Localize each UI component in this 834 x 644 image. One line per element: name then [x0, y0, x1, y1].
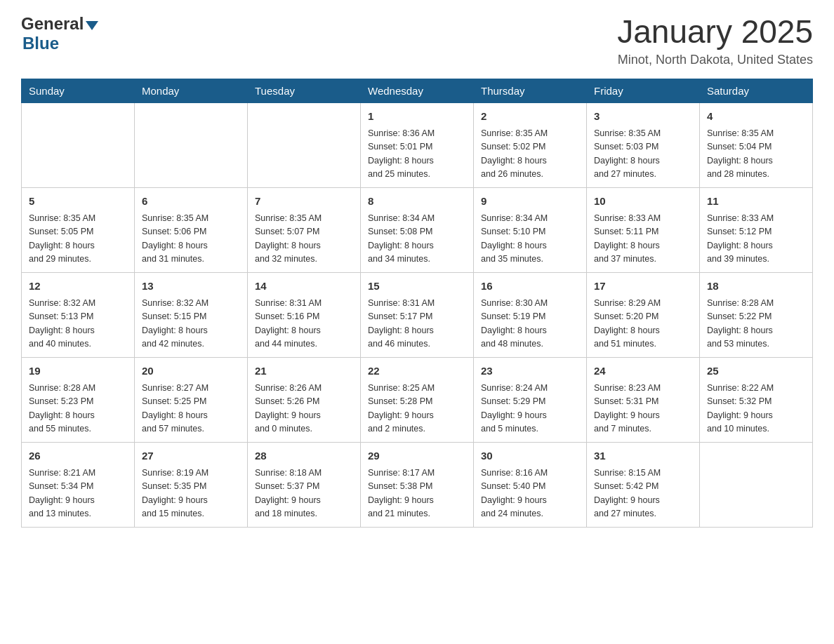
calendar-cell: 17Sunrise: 8:29 AM Sunset: 5:20 PM Dayli…: [587, 272, 700, 357]
day-number: 8: [368, 194, 466, 210]
weekday-header-friday: Friday: [587, 79, 700, 102]
day-number: 4: [707, 109, 805, 125]
day-info: Sunrise: 8:30 AM Sunset: 5:19 PM Dayligh…: [481, 297, 579, 351]
calendar-table: SundayMondayTuesdayWednesdayThursdayFrid…: [21, 79, 813, 528]
day-number: 9: [481, 194, 579, 210]
calendar-cell: 1Sunrise: 8:36 AM Sunset: 5:01 PM Daylig…: [361, 102, 474, 187]
calendar-week-row: 12Sunrise: 8:32 AM Sunset: 5:13 PM Dayli…: [22, 272, 813, 357]
day-number: 29: [368, 448, 466, 464]
day-number: 18: [707, 279, 805, 295]
day-info: Sunrise: 8:26 AM Sunset: 5:26 PM Dayligh…: [255, 382, 353, 436]
day-info: Sunrise: 8:35 AM Sunset: 5:07 PM Dayligh…: [255, 212, 353, 267]
day-number: 21: [255, 363, 353, 380]
day-info: Sunrise: 8:29 AM Sunset: 5:20 PM Dayligh…: [594, 297, 692, 351]
calendar-cell: 3Sunrise: 8:35 AM Sunset: 5:03 PM Daylig…: [587, 102, 700, 187]
day-number: 31: [594, 448, 692, 464]
calendar-week-row: 1Sunrise: 8:36 AM Sunset: 5:01 PM Daylig…: [22, 102, 813, 187]
calendar-header-row: SundayMondayTuesdayWednesdayThursdayFrid…: [22, 79, 813, 102]
day-number: 20: [142, 363, 240, 380]
day-info: Sunrise: 8:34 AM Sunset: 5:08 PM Dayligh…: [368, 212, 466, 267]
day-number: 19: [29, 363, 127, 380]
day-number: 17: [594, 279, 692, 295]
calendar-cell: 24Sunrise: 8:23 AM Sunset: 5:31 PM Dayli…: [587, 357, 700, 442]
day-number: 12: [29, 279, 127, 295]
title-section: January 2025 Minot, North Dakota, United…: [617, 14, 813, 67]
calendar-cell: 14Sunrise: 8:31 AM Sunset: 5:16 PM Dayli…: [248, 272, 361, 357]
calendar-cell: 7Sunrise: 8:35 AM Sunset: 5:07 PM Daylig…: [248, 187, 361, 272]
calendar-cell: 19Sunrise: 8:28 AM Sunset: 5:23 PM Dayli…: [22, 357, 135, 442]
logo: General Blue: [21, 14, 98, 53]
day-number: 7: [255, 194, 353, 210]
day-number: 22: [368, 363, 466, 380]
day-info: Sunrise: 8:19 AM Sunset: 5:35 PM Dayligh…: [142, 467, 240, 521]
page-header: General Blue January 2025 Minot, North D…: [21, 14, 813, 67]
calendar-cell: 21Sunrise: 8:26 AM Sunset: 5:26 PM Dayli…: [248, 357, 361, 442]
calendar-week-row: 26Sunrise: 8:21 AM Sunset: 5:34 PM Dayli…: [22, 442, 813, 527]
calendar-cell: 28Sunrise: 8:18 AM Sunset: 5:37 PM Dayli…: [248, 442, 361, 527]
day-number: 2: [481, 109, 579, 125]
calendar-cell: 18Sunrise: 8:28 AM Sunset: 5:22 PM Dayli…: [700, 272, 813, 357]
day-info: Sunrise: 8:25 AM Sunset: 5:28 PM Dayligh…: [368, 382, 466, 436]
calendar-cell: 5Sunrise: 8:35 AM Sunset: 5:05 PM Daylig…: [22, 187, 135, 272]
day-info: Sunrise: 8:16 AM Sunset: 5:40 PM Dayligh…: [481, 467, 579, 521]
day-info: Sunrise: 8:24 AM Sunset: 5:29 PM Dayligh…: [481, 382, 579, 436]
calendar-cell: 4Sunrise: 8:35 AM Sunset: 5:04 PM Daylig…: [700, 102, 813, 187]
weekday-header-monday: Monday: [135, 79, 248, 102]
day-number: 5: [29, 194, 127, 210]
calendar-cell: [22, 102, 135, 187]
calendar-week-row: 19Sunrise: 8:28 AM Sunset: 5:23 PM Dayli…: [22, 357, 813, 442]
calendar-cell: 2Sunrise: 8:35 AM Sunset: 5:02 PM Daylig…: [474, 102, 587, 187]
day-info: Sunrise: 8:35 AM Sunset: 5:03 PM Dayligh…: [594, 127, 692, 182]
calendar-cell: 10Sunrise: 8:33 AM Sunset: 5:11 PM Dayli…: [587, 187, 700, 272]
day-info: Sunrise: 8:28 AM Sunset: 5:23 PM Dayligh…: [29, 382, 127, 436]
day-number: 15: [368, 279, 466, 295]
day-info: Sunrise: 8:36 AM Sunset: 5:01 PM Dayligh…: [368, 127, 466, 182]
logo-blue-text: Blue: [22, 34, 59, 53]
logo-general-text: General: [21, 14, 84, 34]
calendar-cell: 27Sunrise: 8:19 AM Sunset: 5:35 PM Dayli…: [135, 442, 248, 527]
day-info: Sunrise: 8:21 AM Sunset: 5:34 PM Dayligh…: [29, 467, 127, 521]
weekday-header-saturday: Saturday: [700, 79, 813, 102]
weekday-header-sunday: Sunday: [22, 79, 135, 102]
calendar-cell: 30Sunrise: 8:16 AM Sunset: 5:40 PM Dayli…: [474, 442, 587, 527]
day-info: Sunrise: 8:32 AM Sunset: 5:15 PM Dayligh…: [142, 297, 240, 351]
day-number: 25: [707, 363, 805, 380]
calendar-cell: 11Sunrise: 8:33 AM Sunset: 5:12 PM Dayli…: [700, 187, 813, 272]
weekday-header-tuesday: Tuesday: [248, 79, 361, 102]
day-number: 24: [594, 363, 692, 380]
day-info: Sunrise: 8:34 AM Sunset: 5:10 PM Dayligh…: [481, 212, 579, 267]
day-info: Sunrise: 8:28 AM Sunset: 5:22 PM Dayligh…: [707, 297, 805, 351]
day-number: 6: [142, 194, 240, 210]
day-number: 14: [255, 279, 353, 295]
day-number: 27: [142, 448, 240, 464]
day-number: 26: [29, 448, 127, 464]
day-number: 30: [481, 448, 579, 464]
calendar-cell: [248, 102, 361, 187]
calendar-cell: 8Sunrise: 8:34 AM Sunset: 5:08 PM Daylig…: [361, 187, 474, 272]
calendar-cell: [135, 102, 248, 187]
calendar-cell: [700, 442, 813, 527]
day-info: Sunrise: 8:15 AM Sunset: 5:42 PM Dayligh…: [594, 467, 692, 521]
weekday-header-thursday: Thursday: [474, 79, 587, 102]
calendar-week-row: 5Sunrise: 8:35 AM Sunset: 5:05 PM Daylig…: [22, 187, 813, 272]
calendar-cell: 26Sunrise: 8:21 AM Sunset: 5:34 PM Dayli…: [22, 442, 135, 527]
day-number: 1: [368, 109, 466, 125]
day-info: Sunrise: 8:31 AM Sunset: 5:17 PM Dayligh…: [368, 297, 466, 351]
day-info: Sunrise: 8:33 AM Sunset: 5:12 PM Dayligh…: [707, 212, 805, 267]
day-number: 10: [594, 194, 692, 210]
calendar-cell: 22Sunrise: 8:25 AM Sunset: 5:28 PM Dayli…: [361, 357, 474, 442]
calendar-cell: 15Sunrise: 8:31 AM Sunset: 5:17 PM Dayli…: [361, 272, 474, 357]
calendar-cell: 23Sunrise: 8:24 AM Sunset: 5:29 PM Dayli…: [474, 357, 587, 442]
day-info: Sunrise: 8:33 AM Sunset: 5:11 PM Dayligh…: [594, 212, 692, 267]
day-info: Sunrise: 8:18 AM Sunset: 5:37 PM Dayligh…: [255, 467, 353, 521]
month-title: January 2025: [617, 14, 813, 50]
location-subtitle: Minot, North Dakota, United States: [617, 53, 813, 67]
logo-arrow-icon: [86, 21, 98, 30]
day-info: Sunrise: 8:35 AM Sunset: 5:02 PM Dayligh…: [481, 127, 579, 182]
calendar-cell: 20Sunrise: 8:27 AM Sunset: 5:25 PM Dayli…: [135, 357, 248, 442]
calendar-cell: 25Sunrise: 8:22 AM Sunset: 5:32 PM Dayli…: [700, 357, 813, 442]
calendar-cell: 12Sunrise: 8:32 AM Sunset: 5:13 PM Dayli…: [22, 272, 135, 357]
calendar-cell: 29Sunrise: 8:17 AM Sunset: 5:38 PM Dayli…: [361, 442, 474, 527]
day-number: 11: [707, 194, 805, 210]
day-info: Sunrise: 8:32 AM Sunset: 5:13 PM Dayligh…: [29, 297, 127, 351]
